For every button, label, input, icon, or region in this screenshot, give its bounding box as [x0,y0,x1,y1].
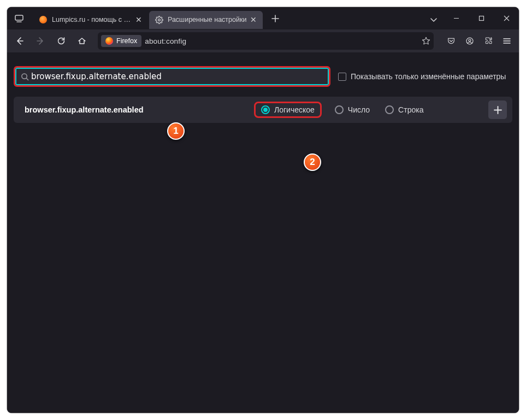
pref-row: browser.fixup.alternate.enabled Логическ… [14,97,512,123]
radio-icon [335,105,344,114]
arrow-left-icon [15,37,24,45]
new-tab-button[interactable] [267,10,283,27]
tab-label: Расширенные настройки [168,16,246,23]
tab-label: Lumpics.ru - помощь с компь [52,16,132,23]
puzzle-icon [484,37,493,45]
checkbox-icon [338,73,346,81]
toolbar-right [442,33,516,49]
maximize-icon [478,15,484,21]
url-text: about:config [145,37,186,45]
search-row: Показывать только изменённые параметры [7,52,519,87]
app-menu-button[interactable] [498,33,516,49]
close-icon [504,15,510,21]
radio-number[interactable]: Число [333,104,372,115]
firefox-window: Lumpics.ru - помощь с компь ✕ Расширенны… [7,7,519,413]
identity-label: Firefox [116,37,137,45]
window-close-button[interactable] [494,7,519,29]
show-modified-label: Показывать только изменённые параметры [351,72,506,81]
radio-icon [261,105,270,114]
show-modified-checkbox[interactable]: Показывать только изменённые параметры [338,72,506,81]
radio-label: Число [348,105,370,114]
window-controls [444,7,519,29]
list-all-tabs-button[interactable] [424,9,444,29]
radio-label: Логическое [274,105,315,114]
tab-close-button[interactable]: ✕ [134,15,144,25]
close-icon: ✕ [135,16,142,23]
plus-icon [271,15,279,22]
home-button[interactable] [73,33,91,49]
radio-string[interactable]: Строка [383,104,425,115]
account-icon [465,37,474,45]
tab-close-button[interactable]: ✕ [249,15,258,25]
config-search-highlight [14,66,330,87]
annotation-number: 2 [310,157,315,168]
bookmark-button[interactable] [422,37,430,45]
tab-overview-icon [15,15,23,22]
pocket-icon [447,37,456,45]
star-icon [422,37,430,45]
add-pref-button[interactable] [488,100,507,119]
arrow-right-icon [36,37,45,45]
about-config-content: Показывать только изменённые параметры b… [7,52,519,413]
svg-point-4 [469,39,471,42]
svg-rect-2 [479,16,483,21]
back-button[interactable] [10,33,29,49]
titlebar: Lumpics.ru - помощь с компь ✕ Расширенны… [7,7,519,29]
reload-icon [57,37,66,45]
annotation-badge-2: 2 [304,153,321,171]
url-bar[interactable]: Firefox about:config [98,32,434,50]
maximize-button[interactable] [469,7,494,29]
extensions-button[interactable] [480,33,497,49]
reload-button[interactable] [52,33,70,49]
radio-label: Строка [398,105,423,114]
forward-button[interactable] [31,33,50,49]
annotation-number: 1 [173,126,178,137]
tab-lumpics[interactable]: Lumpics.ru - помощь с компь ✕ [33,11,148,29]
tab-about-config[interactable]: Расширенные настройки ✕ [149,11,263,29]
pref-type-radios: Логическое Число Строка [254,102,483,118]
radio-icon [385,105,394,114]
account-button[interactable] [461,33,478,49]
firefox-logo-icon [105,37,113,45]
pref-name: browser.fixup.alternate.enabled [25,105,249,114]
identity-firefox-chip[interactable]: Firefox [101,35,141,47]
save-to-pocket-button[interactable] [442,33,460,49]
chevron-down-icon [430,17,438,22]
annotation-badge-1: 1 [167,122,185,140]
plus-icon [494,106,502,114]
tab-overview-button[interactable] [7,7,31,29]
lumpics-favicon [39,15,48,24]
hamburger-icon [503,37,511,45]
radio-boolean[interactable]: Логическое [254,102,322,118]
svg-rect-0 [15,15,23,20]
config-search-input[interactable] [31,69,324,84]
minimize-icon [453,15,459,21]
search-icon [21,73,29,81]
gear-icon [155,15,163,24]
close-icon: ✕ [250,16,257,23]
minimize-button[interactable] [444,7,469,29]
tab-strip: Lumpics.ru - помощь с компь ✕ Расширенны… [31,7,264,29]
home-icon [78,37,86,45]
nav-toolbar: Firefox about:config [7,29,519,52]
svg-point-1 [158,19,160,21]
